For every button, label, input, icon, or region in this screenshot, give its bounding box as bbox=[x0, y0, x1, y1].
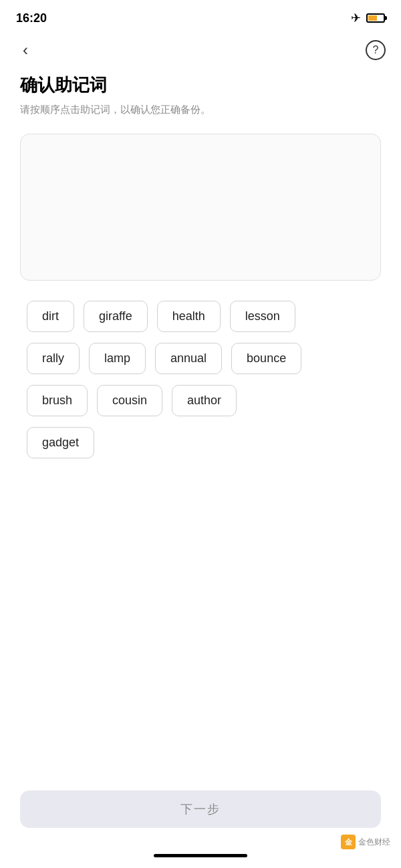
home-indicator bbox=[154, 854, 247, 857]
chip-row-3: brush cousin author bbox=[27, 385, 374, 416]
help-circle-icon: ? bbox=[366, 40, 386, 60]
bottom-brand: 金 金色财经 bbox=[341, 835, 390, 849]
back-button[interactable]: ‹ bbox=[13, 38, 37, 62]
chip-rally[interactable]: rally bbox=[27, 343, 80, 374]
battery-icon bbox=[366, 13, 385, 23]
status-time: 16:20 bbox=[16, 11, 47, 25]
chip-lamp[interactable]: lamp bbox=[89, 343, 146, 374]
next-button[interactable]: 下一步 bbox=[20, 790, 381, 828]
brand-text: 金色财经 bbox=[358, 837, 390, 848]
help-button[interactable]: ? bbox=[364, 38, 388, 62]
chip-row-4: gadget bbox=[27, 427, 374, 458]
chip-row-1: dirt giraffe health lesson bbox=[27, 301, 374, 332]
airplane-icon: ✈ bbox=[351, 11, 361, 25]
chip-cousin[interactable]: cousin bbox=[97, 385, 162, 416]
chip-bounce[interactable]: bounce bbox=[231, 343, 301, 374]
back-chevron-icon: ‹ bbox=[23, 42, 28, 58]
chip-health[interactable]: health bbox=[157, 301, 221, 332]
page-subtitle: 请按顺序点击助记词，以确认您正确备份。 bbox=[20, 102, 381, 118]
chip-author[interactable]: author bbox=[172, 385, 237, 416]
chip-gadget[interactable]: gadget bbox=[27, 427, 94, 458]
chip-dirt[interactable]: dirt bbox=[27, 301, 74, 332]
page-title: 确认助记词 bbox=[20, 74, 381, 97]
brand-icon: 金 bbox=[341, 835, 356, 849]
chip-row-2: rally lamp annual bounce bbox=[27, 343, 374, 374]
status-icons: ✈ bbox=[351, 11, 385, 25]
answer-area bbox=[20, 134, 381, 281]
status-bar: 16:20 ✈ bbox=[0, 0, 401, 33]
chip-giraffe[interactable]: giraffe bbox=[84, 301, 148, 332]
next-btn-container: 下一步 bbox=[20, 790, 381, 828]
chip-annual[interactable]: annual bbox=[155, 343, 222, 374]
nav-bar: ‹ ? bbox=[0, 33, 401, 67]
battery-body bbox=[366, 13, 385, 23]
chip-brush[interactable]: brush bbox=[27, 385, 88, 416]
chip-lesson[interactable]: lesson bbox=[230, 301, 295, 332]
battery-fill bbox=[368, 15, 377, 21]
word-chips-container: dirt giraffe health lesson rally lamp an… bbox=[20, 301, 381, 458]
page-content: 确认助记词 请按顺序点击助记词，以确认您正确备份。 dirt giraffe h… bbox=[0, 67, 401, 458]
